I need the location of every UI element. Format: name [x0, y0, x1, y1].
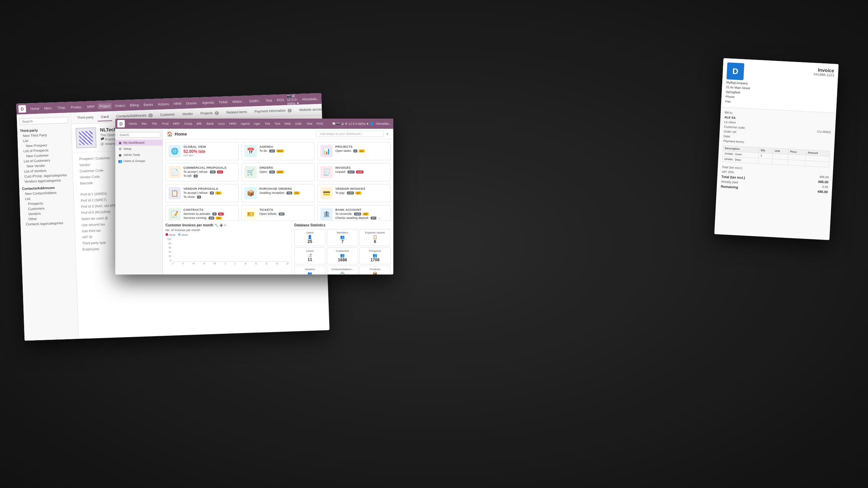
db-nav-dolii[interactable]: DoliI.: [294, 121, 304, 126]
nav-home[interactable]: Home: [28, 105, 41, 111]
nav-pos[interactable]: POS: [275, 97, 286, 103]
db-nav-pos[interactable]: POS: [315, 121, 325, 126]
db-nav-ager[interactable]: Ager: [252, 121, 262, 126]
db-nav-test[interactable]: Test: [305, 121, 314, 126]
db-nav-home[interactable]: Home: [127, 121, 139, 126]
card-orders[interactable]: 🛒 ORDERS Open: 54A24: [241, 163, 315, 181]
nav-websi[interactable]: Websi...: [231, 98, 246, 105]
home-title: Home: [175, 131, 187, 137]
invoice-header: D MyBigCompany 21 Av Main Street Springf…: [721, 58, 839, 113]
agenda-sub: To do: 10A12: [259, 149, 312, 152]
card-contracts[interactable]: 📝 CONTRACTS Services to activate: 3A1 Se…: [165, 205, 239, 220]
db-nav-bank[interactable]: Bank: [205, 121, 216, 126]
card-invoices[interactable]: 🧾 INVOICES Unpaid: 117A45: [317, 163, 391, 181]
card-commercial-proposals[interactable]: 📄 COMMERCIAL PROPOSALS To accept | refus…: [165, 163, 239, 181]
tab-card[interactable]: Card: [98, 113, 113, 121]
db-sidebar-item-users[interactable]: 👥 Users & Groups: [115, 158, 162, 164]
stat-leave[interactable]: Leave 🏖 11: [294, 247, 326, 264]
tab-thirdparty[interactable]: Third-party: [74, 113, 97, 122]
db-nav-tool[interactable]: Tool: [273, 121, 282, 126]
stat-expense-reports[interactable]: Expense reports 📋 6: [359, 229, 391, 246]
legend-2019: 2019: [165, 233, 175, 237]
commercial-proposals-title: COMMERCIAL PROPOSALS: [183, 166, 236, 169]
commercial-proposals-icon: 📄: [169, 166, 181, 178]
db-nav-tick[interactable]: Tick: [263, 121, 272, 126]
card-global-view[interactable]: 🌐 GLOBAL VIEW 52.00% late 247 late: [165, 142, 239, 160]
db-main: 🏠 Home Add widget to your dashboard... ▼…: [163, 129, 393, 274]
nav-mrp[interactable]: MRP: [85, 103, 97, 109]
nav-actions[interactable]: Actions: [156, 101, 171, 107]
nav-project[interactable]: Project: [98, 103, 112, 109]
nav-dossio[interactable]: Dossio.: [184, 100, 199, 106]
contracts-sub: Services to activate: 3A1: [183, 212, 236, 216]
db-nav-billi[interactable]: Billi.: [195, 121, 204, 126]
nav-banks[interactable]: Banks: [142, 101, 155, 107]
already-paid-value: 0.00: [822, 185, 828, 189]
admin-icon: ◼: [118, 153, 122, 157]
contracts-info: CONTRACTS Services to activate: 3A1 Serv…: [183, 208, 236, 220]
field-label: Barcode: [80, 180, 117, 185]
stat-products[interactable]: Products 📦 810: [359, 266, 391, 274]
stat-members[interactable]: Members 👥 7: [327, 229, 358, 246]
db-sidebar-item-setup[interactable]: ⚙ Setup: [115, 146, 162, 152]
nav-dolidi[interactable]: DoliDi...: [248, 98, 263, 104]
stat-contacts[interactable]: Contacts/Addres... 📇 1898: [327, 266, 358, 274]
nav-produc[interactable]: Produc.: [69, 104, 84, 110]
nav-ticket[interactable]: Ticket: [217, 99, 230, 105]
sidebar-group-thirdparty: Third-party New Third Party List New Pro…: [17, 126, 73, 184]
db-nav-mer[interactable]: Mer.: [140, 121, 149, 126]
db-sidebar-search[interactable]: [117, 132, 160, 138]
nav-merc[interactable]: Merc.: [42, 105, 55, 111]
nav-test[interactable]: Test: [264, 97, 274, 103]
remaining-value: 486.00: [817, 190, 828, 194]
card-tickets[interactable]: 🎫 TICKETS Open tickets: 80: [241, 205, 315, 220]
tab-customer[interactable]: Customer: [157, 110, 178, 119]
tab-website[interactable]: Website accounts: [296, 105, 322, 115]
db-nav-prod[interactable]: Prod: [160, 121, 170, 126]
vi-badge-warn: A1: [355, 191, 361, 195]
field-label: Sales tax used @: [81, 216, 119, 221]
db-sidebar-item-dashboard[interactable]: ◼ My Dashboard: [115, 140, 162, 146]
db-nav-mrp[interactable]: MRP: [171, 121, 181, 126]
tab-vendor[interactable]: Vendor: [179, 109, 197, 119]
nav-billing[interactable]: Billing: [128, 102, 141, 108]
nav-thirp[interactable]: Thirp.: [56, 104, 68, 110]
db-nav-agend[interactable]: Agend: [239, 121, 251, 126]
card-agenda[interactable]: 📅 AGENDA To do: 10A12: [241, 142, 315, 160]
nav-orders[interactable]: Orders: [113, 102, 127, 108]
nav-agenda[interactable]: Agenda: [200, 99, 216, 106]
invoice-company-address: 21 Av Main Street: [726, 85, 750, 90]
legend-2020: 2020: [178, 233, 188, 237]
card-purchase-orders[interactable]: 📦 PURCHASE ORDERS Awaiting reception: 31…: [241, 184, 315, 202]
field-label: Employees: [82, 246, 120, 251]
db-nav-comp[interactable]: Comp: [182, 121, 194, 126]
stat-prospects[interactable]: Prospects 👥 1706: [359, 247, 391, 264]
global-view-info: GLOBAL VIEW 52.00% late 247 late: [183, 145, 236, 157]
db-nav-web[interactable]: Web: [283, 121, 292, 126]
db-sidebar-item-admin[interactable]: ◼ Admin Tools: [115, 152, 162, 158]
card-vendor-proposals[interactable]: 📋 VENDOR PROPOSALS To accept | refuse: 8…: [165, 184, 239, 202]
card-projects[interactable]: 📊 PROJECTS Open tasks: 1A1: [317, 142, 391, 160]
vp-badge-warn: A1: [215, 191, 221, 195]
db-nav-thir[interactable]: Thir.: [150, 121, 160, 126]
chart-bars: [172, 238, 289, 262]
db-nav-acco[interactable]: Acco: [216, 121, 226, 126]
card-bank-account[interactable]: 🏦 BANK ACCOUNT To reconcile: 119A0 Check…: [317, 205, 391, 220]
chart-filter-icons[interactable]: 🔧 ➕ ✕: [215, 224, 226, 227]
tab-payment[interactable]: Payment information 1: [251, 106, 295, 116]
nav-hrm[interactable]: HRM: [172, 100, 183, 106]
sidebar-search[interactable]: [20, 117, 68, 125]
tab-related[interactable]: Related items: [223, 108, 251, 117]
widget-settings-icon[interactable]: ▼: [386, 132, 389, 136]
stat-customers[interactable]: Customers 👥 1686: [327, 247, 358, 264]
stat-vendors[interactable]: Vendors 👥 41: [294, 266, 326, 274]
tickets-sub: Open tickets: 80: [259, 212, 312, 216]
stat-users[interactable]: Users 👤 25: [294, 229, 326, 246]
agenda-badge-num: 10: [269, 149, 275, 152]
widget-placeholder[interactable]: Add widget to your dashboard...: [316, 131, 384, 137]
db-nav-hrm[interactable]: HRM: [228, 121, 238, 126]
card-vendor-invoices[interactable]: 💳 VENDOR INVOICES To pay: 115A1: [317, 184, 391, 202]
contracts-icon: 📝: [169, 208, 181, 220]
agenda-info: AGENDA To do: 10A12: [259, 145, 312, 152]
tab-projects[interactable]: Projects 2: [197, 109, 222, 118]
